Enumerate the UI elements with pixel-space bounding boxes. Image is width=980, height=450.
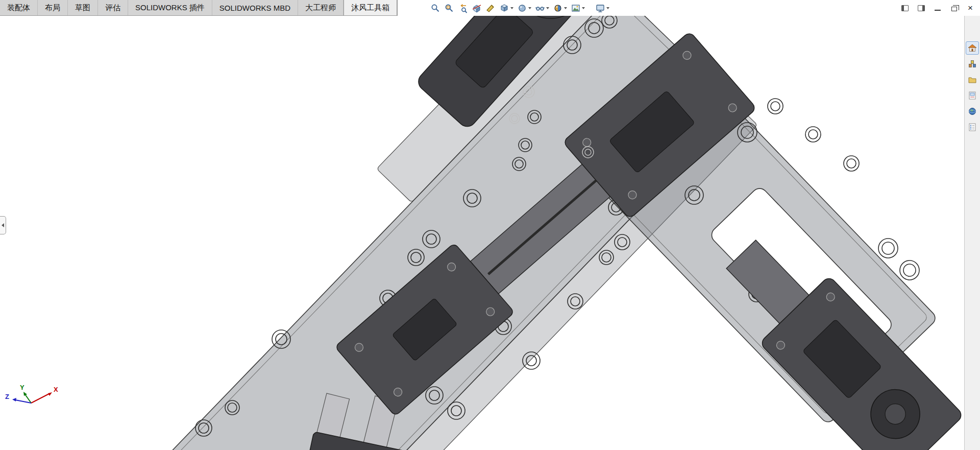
close-button[interactable]: ×: [963, 2, 978, 15]
view-palette-icon[interactable]: [966, 89, 979, 102]
chevron-down-icon: [528, 7, 531, 9]
triad-z-label: Z: [5, 393, 9, 400]
graphics-viewport[interactable]: X Y Z: [0, 16, 964, 450]
reference-triad: X Y Z: [3, 378, 64, 421]
dynamic-annotation-views-icon[interactable]: [484, 2, 497, 15]
custom-properties-icon[interactable]: [966, 121, 979, 134]
chevron-down-icon: [606, 7, 609, 9]
hide-show-items-icon[interactable]: [534, 2, 550, 15]
task-pane: [964, 16, 980, 450]
appearances-scenes-icon[interactable]: [966, 105, 979, 118]
tab-layout[interactable]: 布局: [38, 0, 68, 15]
window-controls: ×: [897, 0, 980, 16]
file-explorer-icon[interactable]: [966, 73, 979, 86]
top-bar: 装配体 布局 草图 评估 SOLIDWORKS 插件 SOLIDWORKS MB…: [0, 0, 980, 16]
heads-up-view-toolbar: [429, 0, 610, 16]
chevron-down-icon: [564, 7, 567, 9]
tab-sketch[interactable]: 草图: [68, 0, 98, 15]
command-manager-tabs: 装配体 布局 草图 评估 SOLIDWORKS 插件 SOLIDWORKS MB…: [0, 0, 398, 16]
minimize-button[interactable]: [930, 2, 945, 15]
view-settings-icon[interactable]: [594, 2, 610, 15]
model-canvas[interactable]: [0, 16, 964, 450]
restore-button[interactable]: [946, 2, 962, 15]
zoom-to-fit-icon[interactable]: [429, 2, 442, 15]
zoom-to-area-icon[interactable]: [443, 2, 455, 15]
chevron-left-icon: [2, 223, 4, 227]
display-style-icon[interactable]: [516, 2, 532, 15]
edit-appearance-icon[interactable]: [552, 2, 568, 15]
app-root: 装配体 布局 草图 评估 SOLIDWORKS 插件 SOLIDWORKS MB…: [0, 0, 980, 450]
chevron-down-icon: [510, 7, 513, 9]
view-orientation-icon[interactable]: [498, 2, 514, 15]
toggle-right-pane-icon[interactable]: [914, 2, 929, 15]
tab-mufeng-toolbox[interactable]: 沐风工具箱: [344, 0, 397, 15]
main-area: X Y Z: [0, 16, 980, 450]
tab-solidworks-mbd[interactable]: SOLIDWORKS MBD: [212, 0, 298, 15]
toggle-left-pane-icon[interactable]: [897, 2, 913, 15]
triad-y-label: Y: [20, 384, 24, 391]
tab-solidworks-addins[interactable]: SOLIDWORKS 插件: [128, 0, 212, 15]
chevron-down-icon: [546, 7, 549, 9]
section-view-icon[interactable]: [471, 2, 483, 15]
triad-x-label: X: [54, 386, 58, 393]
featuremanager-collapsed-tab[interactable]: [0, 216, 6, 234]
apply-scene-icon[interactable]: [570, 2, 586, 15]
design-library-icon[interactable]: [966, 57, 979, 70]
previous-view-icon[interactable]: [457, 2, 469, 15]
tab-big-engineer[interactable]: 大工程师: [298, 0, 344, 15]
solidworks-resources-icon[interactable]: [966, 41, 979, 55]
tab-assembly[interactable]: 装配体: [0, 0, 38, 15]
tab-evaluate[interactable]: 评估: [98, 0, 128, 15]
chevron-down-icon: [582, 7, 585, 9]
